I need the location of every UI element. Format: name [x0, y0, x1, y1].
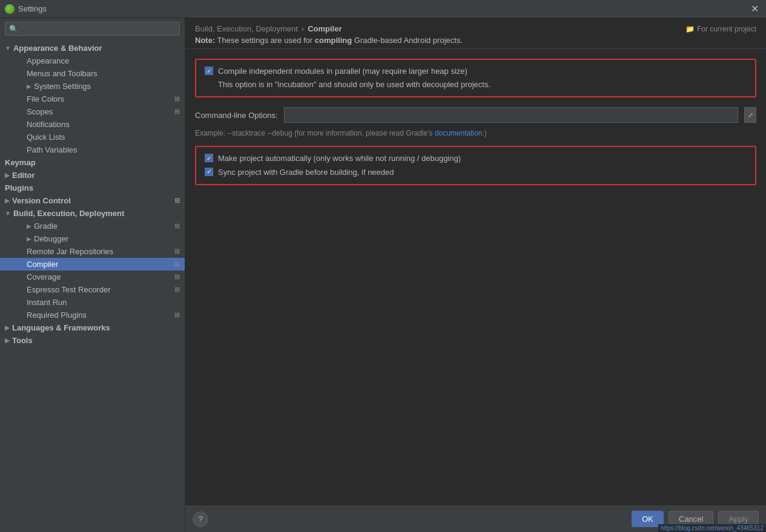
bottom-wrapper: ? OK Cancel Apply https://blog.csdn.net/…	[185, 505, 766, 532]
for-project-label: For current project	[697, 25, 756, 33]
arrow-icon: ▼	[5, 45, 11, 51]
sidebar-item-label: Coverage	[27, 272, 61, 281]
sidebar-item-file-colors[interactable]: File Colors ⊞	[0, 93, 185, 105]
sidebar-item-label: Plugins	[5, 183, 33, 192]
search-box[interactable]: 🔍	[5, 22, 180, 36]
sidebar-item-keymap[interactable]: Keymap	[0, 156, 185, 169]
sidebar-item-scopes[interactable]: Scopes ⊞	[0, 105, 185, 118]
note-bold: compiling	[315, 36, 352, 45]
checkbox-sync[interactable]	[205, 168, 213, 176]
sidebar-item-label: Remote Jar Repositories	[27, 247, 113, 256]
note-text: These settings are used for	[217, 36, 315, 45]
checkbox-sync-label: Sync project with Gradle before building…	[218, 167, 394, 178]
arrow-icon: ▶	[27, 83, 31, 90]
arrow-icon: ▶	[27, 223, 31, 229]
note-line: Note: These settings are used for compil…	[195, 36, 756, 45]
title-bar-left: Settings	[5, 4, 47, 14]
arrow-icon: ▼	[5, 210, 11, 217]
external-icon: ⊞	[174, 108, 180, 116]
sidebar-item-debugger[interactable]: ▶ Debugger	[0, 232, 185, 245]
breadcrumb: Build, Execution, Deployment › Compiler …	[195, 24, 756, 33]
sidebar-item-instant-run[interactable]: Instant Run	[0, 296, 185, 309]
sidebar-item-build-execution-deployment[interactable]: ▼ Build, Execution, Deployment	[0, 207, 185, 220]
sidebar-item-label: Required Plugins	[27, 310, 87, 320]
sidebar-item-system-settings[interactable]: ▶ System Settings	[0, 80, 185, 93]
title-bar: Settings ✕	[0, 0, 766, 18]
arrow-icon: ▶	[27, 235, 31, 242]
decoupled-projects-link[interactable]: decoupled projects	[422, 80, 488, 89]
external-icon: ⊞	[174, 286, 180, 294]
example-suffix: .)	[483, 129, 487, 137]
breadcrumb-separator: ›	[302, 24, 304, 33]
sidebar-item-plugins[interactable]: Plugins	[0, 182, 185, 194]
cmd-input[interactable]	[284, 107, 738, 123]
arrow-icon: ▶	[5, 197, 10, 204]
sidebar-item-label: Version Control	[12, 196, 71, 205]
sidebar-item-version-control[interactable]: ▶ Version Control ⊞	[0, 194, 185, 207]
sidebar-item-tools[interactable]: ▶ Tools	[0, 334, 185, 347]
sidebar-item-compiler[interactable]: Compiler ⊞	[0, 258, 185, 271]
example-line: Example: --stacktrace --debug (for more …	[195, 129, 756, 137]
note-suffix: Gradle-based Android projects.	[354, 36, 463, 45]
external-icon: ⊞	[174, 273, 180, 281]
info-suffix: .	[488, 80, 490, 89]
sidebar-item-path-variables[interactable]: Path Variables	[0, 143, 185, 156]
sidebar-item-label: Keymap	[5, 158, 36, 167]
sidebar-item-quick-lists[interactable]: Quick Lists	[0, 131, 185, 143]
sidebar-item-label: Gradle	[34, 222, 58, 231]
expand-button[interactable]: ⤢	[744, 107, 756, 123]
sidebar-item-label: Debugger	[34, 234, 68, 243]
sidebar-item-label: Quick Lists	[27, 133, 65, 142]
content-scroll: Compile independent modules in parallel …	[185, 49, 766, 505]
sidebar-item-label: System Settings	[34, 82, 91, 91]
sidebar-item-label: Tools	[12, 336, 33, 345]
command-line-row: Command-line Options: ⤢	[195, 107, 756, 123]
sidebar-item-remote-jar[interactable]: Remote Jar Repositories ⊞	[0, 245, 185, 258]
search-icon: 🔍	[9, 25, 18, 33]
sidebar-item-label: Notifications	[27, 120, 70, 129]
cmd-label: Command-line Options:	[195, 111, 278, 120]
sidebar-item-menus-toolbars[interactable]: Menus and Toolbars	[0, 67, 185, 80]
sidebar-item-label: Espresso Test Recorder	[27, 285, 111, 294]
app-icon	[5, 4, 15, 14]
external-icon: ⊞	[174, 311, 180, 319]
main-layout: 🔍 ▼ Appearance & Behavior Appearance Men…	[0, 18, 766, 532]
content-header: Build, Execution, Deployment › Compiler …	[185, 18, 766, 49]
checkbox-row-1: Compile independent modules in parallel …	[205, 66, 747, 77]
checkbox-parallel[interactable]	[205, 67, 213, 75]
sidebar-item-espresso[interactable]: Espresso Test Recorder ⊞	[0, 283, 185, 296]
documentation-link[interactable]: documentation	[435, 129, 483, 137]
external-icon: ⊞	[174, 248, 180, 255]
search-input[interactable]	[21, 24, 176, 33]
checkbox-parallel-label: Compile independent modules in parallel …	[218, 66, 467, 77]
sidebar-item-appearance-behavior[interactable]: ▼ Appearance & Behavior	[0, 42, 185, 54]
note-prefix: Note:	[195, 36, 215, 45]
sidebar-item-appearance[interactable]: Appearance	[0, 54, 185, 67]
external-icon: ⊞	[174, 222, 180, 230]
nav-tree: ▼ Appearance & Behavior Appearance Menus…	[0, 39, 185, 532]
external-icon: ⊞	[174, 95, 180, 103]
section-auto-make: Make project automatically (only works w…	[195, 146, 756, 185]
breadcrumb-parent: Build, Execution, Deployment	[195, 24, 298, 33]
incubation-text: This option is in "incubation" and shoul…	[205, 79, 747, 90]
sidebar-item-required-plugins[interactable]: Required Plugins ⊞	[0, 309, 185, 321]
arrow-icon: ▶	[5, 337, 10, 344]
sidebar-item-label: Appearance	[27, 56, 69, 65]
help-button[interactable]: ?	[193, 511, 208, 527]
checkbox-row-make: Make project automatically (only works w…	[205, 153, 747, 164]
sidebar-item-editor[interactable]: ▶ Editor	[0, 169, 185, 182]
checkbox-make[interactable]	[205, 154, 213, 162]
sidebar-item-gradle[interactable]: ▶ Gradle ⊞	[0, 220, 185, 232]
sidebar-item-label: Instant Run	[27, 298, 67, 307]
sidebar-item-label: Compiler	[27, 260, 58, 269]
sidebar: 🔍 ▼ Appearance & Behavior Appearance Men…	[0, 18, 185, 532]
sidebar-item-languages-frameworks[interactable]: ▶ Languages & Frameworks	[0, 321, 185, 334]
info-text: This option is in "incubation" and shoul…	[218, 80, 422, 89]
sidebar-item-label: Path Variables	[27, 145, 78, 154]
close-button[interactable]: ✕	[748, 3, 761, 15]
sidebar-item-label: Build, Execution, Deployment	[13, 209, 124, 218]
sidebar-item-coverage[interactable]: Coverage ⊞	[0, 271, 185, 283]
sidebar-item-notifications[interactable]: Notifications	[0, 118, 185, 131]
for-project: 📁 For current project	[685, 25, 756, 33]
arrow-icon: ▶	[5, 172, 10, 179]
